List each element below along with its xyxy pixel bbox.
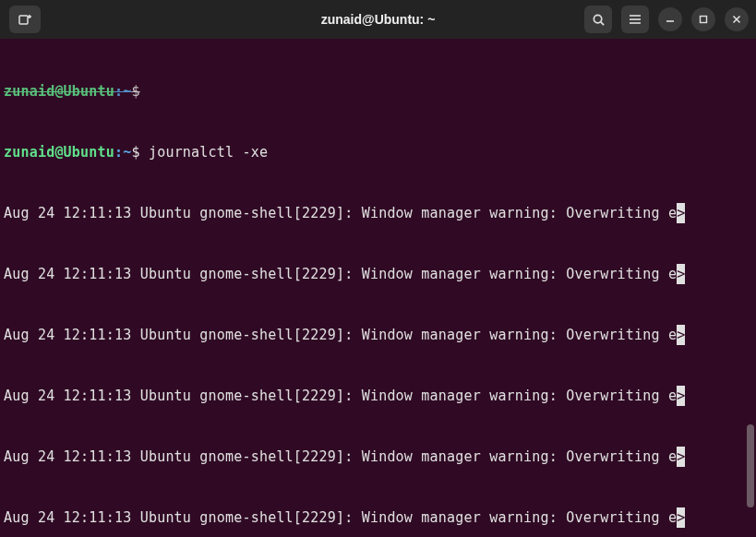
scrollbar-thumb[interactable] xyxy=(747,424,754,507)
window-title: zunaid@Ubuntu: ~ xyxy=(321,12,436,27)
close-icon xyxy=(732,15,741,24)
log-line: Aug 24 12:11:13 Ubuntu gnome-shell[2229]… xyxy=(4,447,752,467)
prompt-line: zunaid@Ubuntu:~$ journalctl -xe xyxy=(4,142,752,162)
title-bar: zunaid@Ubuntu: ~ xyxy=(0,0,756,39)
log-line: Aug 24 12:11:13 Ubuntu gnome-shell[2229]… xyxy=(4,386,752,406)
minimize-button[interactable] xyxy=(658,7,682,31)
svg-rect-0 xyxy=(19,16,28,24)
maximize-button[interactable] xyxy=(691,7,715,31)
svg-rect-9 xyxy=(701,17,707,23)
maximize-icon xyxy=(699,15,708,24)
log-line: Aug 24 12:11:13 Ubuntu gnome-shell[2229]… xyxy=(4,507,752,528)
search-button[interactable] xyxy=(584,6,612,33)
minimize-icon xyxy=(666,15,675,24)
terminal-output[interactable]: zunaid@Ubuntu:~$ zunaid@Ubuntu:~$ journa… xyxy=(0,39,756,537)
search-icon xyxy=(592,13,606,27)
log-line: Aug 24 12:11:13 Ubuntu gnome-shell[2229]… xyxy=(4,203,752,223)
titlebar-controls xyxy=(584,6,749,33)
command-text: journalctl -xe xyxy=(149,144,268,161)
hamburger-icon xyxy=(629,13,642,26)
new-tab-icon xyxy=(18,12,32,27)
log-line: Aug 24 12:11:13 Ubuntu gnome-shell[2229]… xyxy=(4,325,752,345)
new-tab-button[interactable] xyxy=(9,6,41,33)
prompt-line-partial: zunaid@Ubuntu:~$ xyxy=(4,81,752,101)
log-line: Aug 24 12:11:13 Ubuntu gnome-shell[2229]… xyxy=(4,264,752,284)
svg-line-4 xyxy=(600,21,603,24)
close-button[interactable] xyxy=(725,7,749,31)
svg-point-3 xyxy=(594,15,601,22)
menu-button[interactable] xyxy=(621,6,649,33)
